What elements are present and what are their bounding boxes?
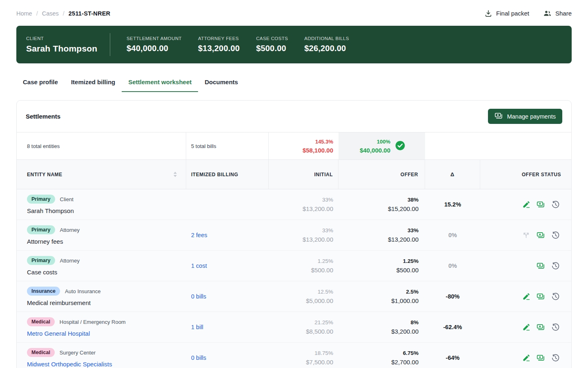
final-packet-button[interactable]: Final packet (484, 9, 529, 18)
tab-case-profile[interactable]: Case profile (16, 77, 65, 92)
billing-cell: 0 bills (186, 281, 269, 312)
entity-badge: Insurance (27, 287, 60, 296)
signature-icon[interactable] (522, 354, 530, 362)
entity-badge: Primary (27, 225, 55, 234)
column-offer-status: OFFER STATUS (480, 160, 571, 189)
offer-status-cell (480, 281, 571, 312)
entity-type: Auto Insurance (65, 288, 100, 294)
entity-type: Attorney (60, 227, 80, 233)
payments-icon[interactable] (537, 323, 545, 332)
entity-type: Client (60, 196, 74, 202)
offer-pct: 2.5% (406, 289, 419, 295)
offer-cell: 1.25% $500.00 (339, 251, 425, 281)
breadcrumb: Home / Cases / 2511-ST-NRER (16, 10, 110, 17)
initial-pct: 1.25% (318, 258, 333, 264)
split-icon[interactable] (522, 231, 530, 240)
initial-cell: 21.25% $8,500.00 (269, 312, 339, 342)
breadcrumb-cases[interactable]: Cases (42, 10, 59, 17)
offer-status-cell (480, 343, 571, 368)
breadcrumb-home[interactable]: Home (16, 10, 32, 17)
tab-documents[interactable]: Documents (198, 77, 245, 92)
billing-link[interactable]: 2 fees (191, 232, 207, 238)
payments-icon[interactable] (537, 354, 545, 362)
billing-link[interactable]: 1 bill (191, 324, 203, 330)
offer-amount: $2,700.00 (391, 359, 419, 366)
offer-cell: 38% $15,200.00 (339, 189, 425, 220)
signature-icon[interactable] (522, 292, 530, 301)
delta-value: 15.2% (444, 201, 461, 208)
history-icon[interactable] (551, 262, 560, 270)
stat-attorney-fees: ATTORNEY FEES $13,200.00 (198, 36, 240, 53)
billing-link[interactable]: 0 bills (191, 355, 206, 361)
billing-cell: 1 bill (186, 312, 269, 342)
billing-link[interactable]: 1 cost (191, 263, 207, 269)
initial-amount: $8,500.00 (306, 328, 333, 335)
entity-cell: Primary Attorney Attorney fees (17, 220, 186, 250)
entity-cell: Primary Client Sarah Thompson (17, 189, 186, 220)
delta-cell: 15.2% (425, 189, 480, 220)
delta-value: 0% (448, 263, 457, 269)
payments-icon[interactable] (537, 200, 545, 209)
payments-icon[interactable] (537, 262, 545, 270)
history-icon[interactable] (551, 200, 560, 209)
initial-amount: $13,200.00 (303, 205, 333, 212)
history-icon[interactable] (551, 292, 560, 301)
sort-control[interactable] (174, 172, 177, 177)
delta-value: -64% (446, 355, 460, 361)
offer-status-cell (480, 312, 571, 342)
initial-cell: 1.25% $500.00 (269, 251, 339, 281)
payments-icon[interactable] (537, 292, 545, 301)
entity-type: Surgery Center (60, 350, 96, 356)
entity-name[interactable]: Midwest Orthopedic Specialists (27, 361, 186, 368)
table-row: Medical Surgery Center Midwest Orthopedi… (17, 343, 571, 368)
tab-itemized-billing[interactable]: Itemized billing (65, 77, 122, 92)
entity-name: Attorney fees (27, 238, 186, 245)
initial-cell: 12.5% $5,000.00 (269, 281, 339, 312)
entity-type: Hospital / Emergency Room (60, 319, 126, 325)
table-row: Primary Attorney Case costs 1 cost 1.25%… (17, 251, 571, 281)
offer-cell: 2.5% $1,000.00 (339, 281, 425, 312)
breadcrumb-current-case: 2511-ST-NRER (69, 10, 110, 17)
entity-name[interactable]: Metro General Hospital (27, 330, 186, 337)
delta-value: -80% (446, 293, 460, 300)
entity-cell: Insurance Auto Insurance Medical reimbur… (17, 281, 186, 312)
table-row: Insurance Auto Insurance Medical reimbur… (17, 281, 571, 312)
offer-status-cell (480, 189, 571, 220)
signature-icon[interactable] (522, 200, 530, 209)
client-label: CLIENT (26, 36, 110, 41)
initial-cell: 33% $13,200.00 (269, 189, 339, 220)
payments-icon[interactable] (537, 231, 545, 240)
totals-summary-row: 8 total entities 5 total bills 145.3% $5… (17, 132, 571, 159)
history-icon[interactable] (551, 354, 560, 362)
banner-stats: SETTLEMENT AMOUNT $40,000.00 ATTORNEY FE… (127, 36, 349, 53)
manage-payments-button[interactable]: Manage payments (488, 109, 562, 124)
delta-value: -62.4% (443, 324, 462, 330)
billing-link[interactable]: 0 bills (191, 293, 206, 300)
share-button[interactable]: Share (543, 9, 572, 18)
people-icon (543, 9, 552, 18)
entity-badge: Medical (27, 348, 55, 357)
download-icon (484, 9, 492, 18)
sort-asc-icon (174, 172, 177, 174)
entity-cell: Medical Surgery Center Midwest Orthopedi… (17, 343, 186, 368)
history-icon[interactable] (551, 323, 560, 332)
initial-pct: 33% (322, 197, 333, 203)
entity-badge: Primary (27, 195, 55, 204)
billing-cell (186, 189, 269, 220)
offer-pct: 8% (410, 319, 419, 325)
client-block: CLIENT Sarah Thompson (26, 36, 110, 54)
column-delta: Δ (425, 160, 480, 189)
history-icon[interactable] (551, 231, 560, 240)
summary-spacer (480, 132, 571, 159)
column-entity-name[interactable]: ENTITY NAME (17, 160, 186, 189)
signature-icon[interactable] (522, 323, 530, 332)
stat-settlement-amount: SETTLEMENT AMOUNT $40,000.00 (127, 36, 182, 53)
offer-amount: $3,200.00 (391, 328, 419, 335)
entity-name: Sarah Thompson (27, 207, 186, 214)
stat-case-costs: CASE COSTS $500.00 (256, 36, 288, 53)
tab-settlement-worksheet[interactable]: Settlement worksheet (122, 77, 198, 92)
share-label: Share (555, 10, 572, 17)
offer-status-cell (480, 220, 571, 250)
breadcrumb-separator: / (63, 10, 65, 17)
initial-pct: 18.75% (314, 350, 333, 356)
